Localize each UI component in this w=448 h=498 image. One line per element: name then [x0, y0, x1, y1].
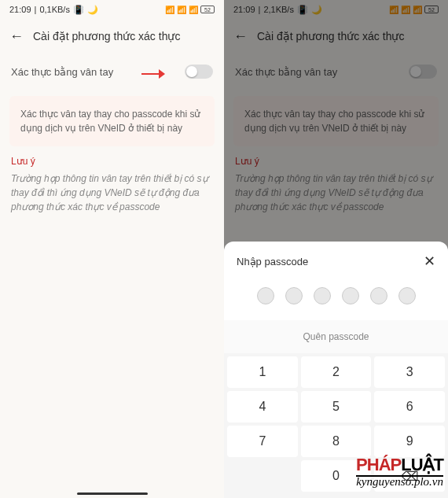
status-bar: 21:09 | 0,1KB/s 📳 🌙 📶 📶 📶 52: [0, 0, 224, 19]
signal-icon: 📶: [177, 6, 186, 14]
battery-icon: 52: [200, 6, 215, 13]
signal-icon: 📶: [165, 6, 174, 14]
key-5[interactable]: 5: [301, 391, 372, 422]
vibrate-icon: 📳: [73, 5, 84, 15]
close-button[interactable]: ✕: [424, 253, 435, 270]
fingerprint-toggle[interactable]: [185, 65, 213, 79]
moon-icon: 🌙: [87, 5, 98, 15]
key-4[interactable]: 4: [227, 391, 298, 422]
passcode-dot: [370, 287, 387, 304]
passcode-dot: [342, 287, 359, 304]
key-2[interactable]: 2: [301, 356, 372, 388]
note-text: Trường hợp thông tin vân tay trên thiết …: [11, 172, 213, 214]
key-6[interactable]: 6: [374, 391, 445, 422]
back-button[interactable]: ←: [9, 28, 24, 45]
watermark: PHÁPLUẬT kynguyenso.plo.vn: [356, 455, 443, 489]
fingerprint-toggle-row: Xác thực bằng vân tay: [0, 53, 224, 90]
note-title: Lưu ý: [11, 156, 213, 167]
key-8[interactable]: 8: [301, 426, 372, 457]
key-1[interactable]: 1: [227, 356, 298, 388]
key-3[interactable]: 3: [374, 356, 445, 388]
passcode-dot: [257, 287, 274, 304]
home-indicator[interactable]: [77, 492, 148, 495]
page-title: Cài đặt phương thức xác thực: [33, 30, 180, 42]
key-9[interactable]: 9: [374, 426, 445, 457]
passcode-dot: [314, 287, 331, 304]
passcode-dot: [398, 287, 416, 304]
header: ← Cài đặt phương thức xác thực: [0, 19, 224, 53]
status-time: 21:09: [9, 5, 31, 14]
wifi-icon: 📶: [189, 6, 198, 14]
screen-left: 21:09 | 0,1KB/s 📳 🌙 📶 📶 📶 52 ← Cài đặt p…: [0, 0, 224, 498]
forgot-passcode-link[interactable]: Quên passcode: [224, 320, 448, 353]
key-empty: [227, 460, 298, 492]
screen-right: 21:09 | 2,1KB/s 📳 🌙 📶 📶 📶 52 ← Cài đặt p…: [224, 0, 448, 498]
info-box: Xác thực vân tay thay cho passcode khi s…: [9, 96, 215, 146]
passcode-dot: [285, 287, 303, 304]
pointer-arrow: [141, 69, 165, 79]
status-speed: 0,1KB/s: [39, 5, 70, 14]
modal-title: Nhập passcode: [237, 256, 308, 267]
toggle-label: Xác thực bằng vân tay: [11, 66, 113, 78]
key-7[interactable]: 7: [227, 426, 298, 457]
watermark-url: kynguyenso.plo.vn: [356, 475, 443, 489]
passcode-dots: [224, 281, 448, 320]
